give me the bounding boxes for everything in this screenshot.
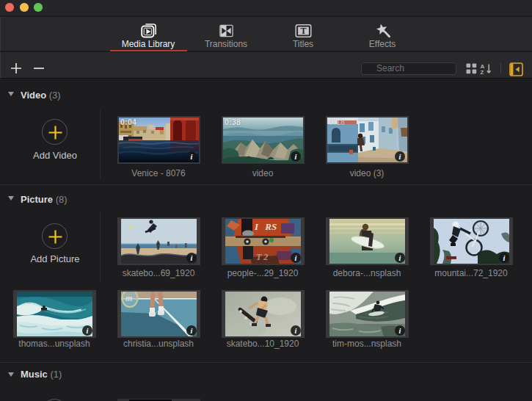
svg-text:i: i (191, 153, 193, 161)
svg-text:m: m (125, 293, 132, 303)
svg-text:Z: Z (481, 69, 484, 75)
svg-text:i: i (503, 254, 506, 262)
svg-text:T 2: T 2 (256, 252, 268, 262)
svg-text:i: i (399, 254, 401, 262)
svg-text:i: i (399, 153, 401, 161)
svg-text:I RS: I RS (254, 221, 277, 232)
svg-text:T: T (300, 26, 306, 36)
svg-text:i: i (191, 254, 193, 262)
svg-text:i: i (295, 153, 297, 161)
svg-text:i: i (191, 327, 193, 335)
svg-text:i: i (87, 327, 89, 335)
svg-text:i: i (295, 254, 297, 262)
svg-text:i: i (295, 327, 297, 335)
svg-text:i: i (399, 327, 401, 335)
